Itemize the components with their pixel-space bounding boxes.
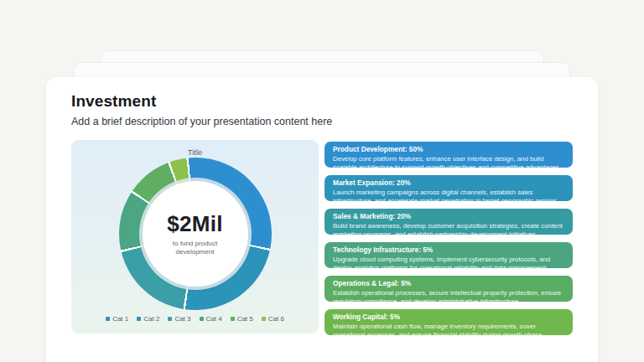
allocation-heading: Technology Infrastructure: 5% xyxy=(333,246,564,255)
legend-label: Cat 5 xyxy=(237,315,253,323)
chart-title: Title xyxy=(188,147,203,157)
legend-label: Cat 3 xyxy=(174,315,190,323)
legend-swatch-icon xyxy=(262,317,266,321)
allocation-item: Market Expansion: 20% Launch marketing c… xyxy=(325,175,573,201)
allocation-item: Technology Infrastructure: 5% Upgrade cl… xyxy=(325,242,573,268)
legend-swatch-icon xyxy=(231,317,235,321)
donut-center: $2Mil to fund product development xyxy=(143,181,248,287)
allocation-description: Upgrade cloud computing systems, impleme… xyxy=(333,256,564,268)
allocation-description: Maintain operational cash flow, manage i… xyxy=(333,323,564,335)
legend-item: Cat 2 xyxy=(137,315,159,323)
donut-chart: $2Mil to fund product development xyxy=(119,158,272,310)
allocation-item: Sales & Marketing: 20% Build brand aware… xyxy=(325,209,573,235)
allocation-item: Product Development: 50% Develop core pl… xyxy=(325,142,573,168)
legend-label: Cat 6 xyxy=(268,315,284,323)
legend-item: Cat 4 xyxy=(200,315,222,323)
allocation-item: Working Capital: 5% Maintain operational… xyxy=(325,309,573,335)
legend-swatch-icon xyxy=(200,317,204,321)
legend-swatch-icon xyxy=(106,317,110,321)
legend-swatch-icon xyxy=(137,317,141,321)
slide-card: Investment Add a brief description of yo… xyxy=(46,77,598,362)
legend-swatch-icon xyxy=(168,317,172,321)
allocation-heading: Working Capital: 5% xyxy=(333,313,564,322)
legend-label: Cat 1 xyxy=(112,315,128,323)
allocation-description: Establish operational processes, secure … xyxy=(333,289,564,302)
allocation-description: Build brand awareness, develop customer … xyxy=(333,222,564,235)
allocation-description: Launch marketing campaigns across digita… xyxy=(333,189,564,201)
chart-legend: Cat 1 Cat 2 Cat 3 Cat 4 Cat 5 Cat 6 xyxy=(106,315,284,323)
donut-center-caption: to fund product development xyxy=(163,240,228,257)
donut-chart-panel: Title $2Mil to fund product development … xyxy=(71,140,319,334)
page-title: Investment xyxy=(71,92,573,111)
legend-label: Cat 4 xyxy=(206,315,222,323)
allocation-heading: Market Expansion: 20% xyxy=(333,178,564,188)
legend-item: Cat 6 xyxy=(262,315,284,323)
legend-label: Cat 2 xyxy=(143,315,159,323)
legend-item: Cat 5 xyxy=(231,315,253,323)
donut-center-value: $2Mil xyxy=(167,211,223,237)
legend-item: Cat 3 xyxy=(168,315,190,323)
allocation-description: Develop core platform features, enhance … xyxy=(333,155,564,168)
page-subtitle: Add a brief description of your presenta… xyxy=(71,116,573,127)
legend-item: Cat 1 xyxy=(106,315,128,323)
slide-content: Title $2Mil to fund product development … xyxy=(71,140,573,335)
allocation-heading: Sales & Marketing: 20% xyxy=(333,212,564,221)
allocation-list: Product Development: 50% Develop core pl… xyxy=(325,142,573,335)
allocation-heading: Operations & Legal: 5% xyxy=(333,279,564,288)
allocation-heading: Product Development: 50% xyxy=(333,145,564,154)
allocation-item: Operations & Legal: 5% Establish operati… xyxy=(325,276,573,302)
